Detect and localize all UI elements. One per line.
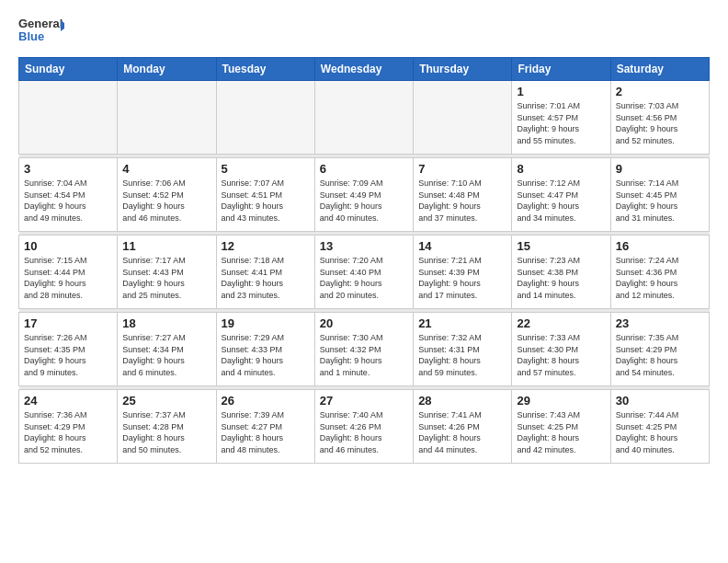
calendar-row: 17Sunrise: 7:26 AM Sunset: 4:35 PM Dayli… [19, 313, 710, 386]
day-number: 12 [222, 239, 310, 253]
calendar-table: SundayMondayTuesdayWednesdayThursdayFrid… [18, 57, 710, 464]
day-number: 30 [616, 394, 704, 408]
day-number: 3 [24, 162, 112, 176]
weekday-header: Sunday [19, 58, 118, 81]
day-info: Sunrise: 7:30 AM Sunset: 4:32 PM Dayligh… [320, 332, 408, 378]
calendar-cell [314, 81, 413, 155]
weekday-header: Monday [118, 58, 216, 81]
calendar-cell: 6Sunrise: 7:09 AM Sunset: 4:49 PM Daylig… [314, 158, 413, 232]
day-info: Sunrise: 7:39 AM Sunset: 4:27 PM Dayligh… [222, 409, 310, 455]
calendar-cell: 27Sunrise: 7:40 AM Sunset: 4:26 PM Dayli… [314, 390, 413, 464]
calendar-cell: 19Sunrise: 7:29 AM Sunset: 4:33 PM Dayli… [216, 313, 314, 386]
calendar-cell [19, 81, 118, 155]
day-info: Sunrise: 7:03 AM Sunset: 4:56 PM Dayligh… [616, 100, 704, 146]
day-number: 8 [517, 162, 605, 176]
day-number: 25 [122, 394, 210, 408]
day-info: Sunrise: 7:29 AM Sunset: 4:33 PM Dayligh… [222, 332, 310, 378]
day-number: 21 [418, 316, 506, 330]
weekday-header: Friday [512, 58, 610, 81]
day-info: Sunrise: 7:09 AM Sunset: 4:49 PM Dayligh… [320, 178, 408, 224]
calendar-cell: 23Sunrise: 7:35 AM Sunset: 4:29 PM Dayli… [610, 313, 709, 386]
calendar-cell: 25Sunrise: 7:37 AM Sunset: 4:28 PM Dayli… [118, 390, 216, 464]
day-info: Sunrise: 7:12 AM Sunset: 4:47 PM Dayligh… [517, 178, 605, 224]
day-info: Sunrise: 7:14 AM Sunset: 4:45 PM Dayligh… [616, 178, 704, 224]
calendar-cell: 30Sunrise: 7:44 AM Sunset: 4:25 PM Dayli… [610, 390, 709, 464]
calendar-cell: 22Sunrise: 7:33 AM Sunset: 4:30 PM Dayli… [512, 313, 610, 386]
calendar-cell: 2Sunrise: 7:03 AM Sunset: 4:56 PM Daylig… [610, 81, 709, 155]
day-number: 9 [616, 162, 704, 176]
day-number: 29 [517, 394, 605, 408]
day-number: 11 [122, 239, 210, 253]
day-number: 16 [616, 239, 704, 253]
calendar-cell: 26Sunrise: 7:39 AM Sunset: 4:27 PM Dayli… [216, 390, 314, 464]
svg-text:Blue: Blue [18, 29, 44, 43]
day-info: Sunrise: 7:26 AM Sunset: 4:35 PM Dayligh… [24, 332, 112, 378]
day-info: Sunrise: 7:15 AM Sunset: 4:44 PM Dayligh… [24, 255, 112, 301]
day-number: 10 [24, 239, 112, 253]
weekday-header: Saturday [610, 58, 709, 81]
day-info: Sunrise: 7:21 AM Sunset: 4:39 PM Dayligh… [418, 255, 506, 301]
day-number: 18 [122, 316, 210, 330]
day-info: Sunrise: 7:33 AM Sunset: 4:30 PM Dayligh… [517, 332, 605, 378]
logo: General Blue [18, 15, 64, 48]
weekday-header: Tuesday [216, 58, 314, 81]
calendar-cell: 18Sunrise: 7:27 AM Sunset: 4:34 PM Dayli… [118, 313, 216, 386]
day-number: 22 [517, 316, 605, 330]
calendar-cell [216, 81, 314, 155]
day-info: Sunrise: 7:20 AM Sunset: 4:40 PM Dayligh… [320, 255, 408, 301]
day-number: 17 [24, 316, 112, 330]
day-info: Sunrise: 7:41 AM Sunset: 4:26 PM Dayligh… [418, 409, 506, 455]
day-info: Sunrise: 7:32 AM Sunset: 4:31 PM Dayligh… [418, 332, 506, 378]
svg-text:General: General [18, 17, 63, 30]
calendar-cell: 20Sunrise: 7:30 AM Sunset: 4:32 PM Dayli… [314, 313, 413, 386]
header: General Blue [18, 15, 710, 48]
day-number: 20 [320, 316, 408, 330]
calendar-cell: 3Sunrise: 7:04 AM Sunset: 4:54 PM Daylig… [19, 158, 118, 232]
day-number: 4 [122, 162, 210, 176]
svg-marker-2 [61, 20, 64, 31]
day-info: Sunrise: 7:01 AM Sunset: 4:57 PM Dayligh… [517, 100, 605, 146]
calendar-cell: 17Sunrise: 7:26 AM Sunset: 4:35 PM Dayli… [19, 313, 118, 386]
day-info: Sunrise: 7:04 AM Sunset: 4:54 PM Dayligh… [24, 178, 112, 224]
day-number: 23 [616, 316, 704, 330]
day-info: Sunrise: 7:37 AM Sunset: 4:28 PM Dayligh… [122, 409, 210, 455]
day-number: 15 [517, 239, 605, 253]
day-number: 2 [616, 85, 704, 98]
day-number: 28 [418, 394, 506, 408]
day-info: Sunrise: 7:27 AM Sunset: 4:34 PM Dayligh… [122, 332, 210, 378]
day-number: 24 [24, 394, 112, 408]
calendar-row: 3Sunrise: 7:04 AM Sunset: 4:54 PM Daylig… [19, 158, 710, 232]
calendar-cell: 13Sunrise: 7:20 AM Sunset: 4:40 PM Dayli… [314, 236, 413, 309]
calendar-cell: 29Sunrise: 7:43 AM Sunset: 4:25 PM Dayli… [512, 390, 610, 464]
day-number: 14 [418, 239, 506, 253]
logo-svg: General Blue [18, 15, 64, 48]
calendar-cell: 7Sunrise: 7:10 AM Sunset: 4:48 PM Daylig… [414, 158, 512, 232]
calendar-cell: 16Sunrise: 7:24 AM Sunset: 4:36 PM Dayli… [610, 236, 709, 309]
day-number: 26 [222, 394, 310, 408]
day-number: 7 [418, 162, 506, 176]
calendar-header-row: SundayMondayTuesdayWednesdayThursdayFrid… [19, 58, 710, 81]
day-info: Sunrise: 7:06 AM Sunset: 4:52 PM Dayligh… [122, 178, 210, 224]
day-info: Sunrise: 7:18 AM Sunset: 4:41 PM Dayligh… [222, 255, 310, 301]
day-info: Sunrise: 7:17 AM Sunset: 4:43 PM Dayligh… [122, 255, 210, 301]
calendar-cell: 9Sunrise: 7:14 AM Sunset: 4:45 PM Daylig… [610, 158, 709, 232]
calendar-cell: 11Sunrise: 7:17 AM Sunset: 4:43 PM Dayli… [118, 236, 216, 309]
day-info: Sunrise: 7:23 AM Sunset: 4:38 PM Dayligh… [517, 255, 605, 301]
calendar-cell [414, 81, 512, 155]
day-number: 19 [222, 316, 310, 330]
calendar-row: 1Sunrise: 7:01 AM Sunset: 4:57 PM Daylig… [19, 81, 710, 155]
day-number: 6 [320, 162, 408, 176]
calendar-cell: 12Sunrise: 7:18 AM Sunset: 4:41 PM Dayli… [216, 236, 314, 309]
calendar-cell: 10Sunrise: 7:15 AM Sunset: 4:44 PM Dayli… [19, 236, 118, 309]
day-info: Sunrise: 7:07 AM Sunset: 4:51 PM Dayligh… [222, 178, 310, 224]
calendar-cell: 28Sunrise: 7:41 AM Sunset: 4:26 PM Dayli… [414, 390, 512, 464]
day-number: 1 [517, 85, 605, 98]
calendar-row: 10Sunrise: 7:15 AM Sunset: 4:44 PM Dayli… [19, 236, 710, 309]
calendar-cell: 5Sunrise: 7:07 AM Sunset: 4:51 PM Daylig… [216, 158, 314, 232]
day-number: 27 [320, 394, 408, 408]
calendar-cell [118, 81, 216, 155]
day-number: 5 [222, 162, 310, 176]
day-info: Sunrise: 7:35 AM Sunset: 4:29 PM Dayligh… [616, 332, 704, 378]
page: General Blue SundayMondayTuesdayWednesda… [0, 0, 728, 563]
weekday-header: Wednesday [314, 58, 413, 81]
